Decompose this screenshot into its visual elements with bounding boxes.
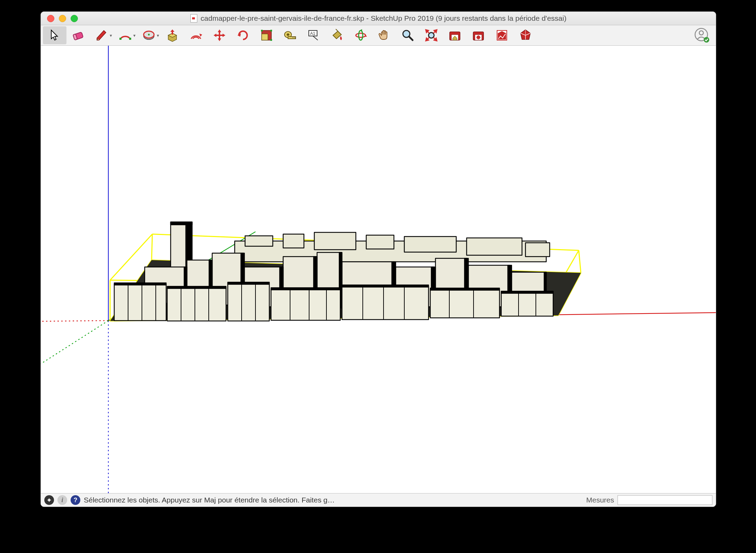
geolocation-status-icon[interactable]: ⌖ bbox=[44, 495, 54, 505]
scale-icon bbox=[260, 28, 273, 42]
measurements-input[interactable] bbox=[618, 495, 712, 505]
svg-rect-124 bbox=[501, 292, 553, 316]
svg-marker-13 bbox=[170, 29, 174, 32]
extension-warehouse-tool[interactable] bbox=[467, 26, 490, 44]
close-window-button[interactable] bbox=[47, 15, 54, 22]
cursor-icon bbox=[48, 28, 62, 42]
minimize-window-button[interactable] bbox=[59, 15, 66, 22]
svg-rect-31 bbox=[288, 37, 296, 39]
window-title: cadmapper-le-pre-saint-gervais-ile-de-fr… bbox=[201, 14, 567, 22]
eraser-tool[interactable] bbox=[66, 26, 90, 44]
axis-x-dotted bbox=[41, 320, 108, 321]
svg-rect-143 bbox=[114, 283, 166, 285]
chevron-down-icon: ▾ bbox=[133, 33, 136, 38]
arc-tool[interactable]: ▾ bbox=[114, 26, 137, 44]
svg-rect-27 bbox=[270, 39, 272, 41]
svg-rect-91 bbox=[467, 238, 522, 255]
status-hint-text: Sélectionnez les objets. Appuyez sur Maj… bbox=[84, 496, 583, 504]
svg-rect-14 bbox=[172, 32, 173, 35]
help-status-icon[interactable]: ? bbox=[71, 495, 80, 505]
rotate-tool[interactable] bbox=[231, 26, 255, 44]
3d-viewport[interactable] bbox=[41, 46, 716, 493]
hand-icon bbox=[377, 28, 391, 42]
select-tool[interactable] bbox=[43, 26, 66, 44]
pan-tool[interactable] bbox=[372, 26, 396, 44]
warehouse-icon bbox=[448, 28, 462, 42]
line-tool[interactable]: ▾ bbox=[90, 26, 114, 44]
svg-rect-121 bbox=[271, 289, 340, 320]
text-icon: A1 bbox=[307, 28, 321, 42]
chevron-down-icon: ▾ bbox=[110, 33, 112, 38]
svg-rect-146 bbox=[271, 288, 340, 290]
svg-rect-87 bbox=[283, 234, 304, 248]
scale-tool[interactable] bbox=[255, 26, 278, 44]
orbit-icon bbox=[354, 28, 368, 42]
svg-rect-24 bbox=[262, 34, 268, 40]
zoom-extents-icon bbox=[424, 28, 438, 42]
rectangle-icon bbox=[142, 28, 156, 42]
svg-marker-43 bbox=[360, 29, 362, 32]
svg-point-30 bbox=[287, 34, 289, 36]
tape-measure-icon bbox=[283, 28, 297, 42]
zoom-tool[interactable] bbox=[396, 26, 420, 44]
ruby-console-tool[interactable] bbox=[514, 26, 537, 44]
svg-marker-38 bbox=[333, 31, 341, 39]
layout-icon bbox=[495, 28, 509, 42]
svg-point-46 bbox=[429, 33, 434, 38]
svg-rect-6 bbox=[119, 38, 122, 40]
svg-rect-147 bbox=[342, 285, 429, 287]
axis-y-dotted bbox=[41, 320, 108, 364]
paint-bucket-tool[interactable] bbox=[325, 26, 349, 44]
svg-marker-0 bbox=[51, 30, 57, 40]
svg-line-83 bbox=[579, 251, 581, 273]
svg-point-41 bbox=[359, 30, 363, 40]
svg-rect-95 bbox=[171, 222, 192, 225]
svg-rect-120 bbox=[228, 283, 269, 321]
3d-warehouse-tool[interactable] bbox=[443, 26, 467, 44]
shapes-tool[interactable]: ▾ bbox=[137, 26, 161, 44]
svg-rect-149 bbox=[501, 291, 553, 293]
layout-tool[interactable] bbox=[490, 26, 514, 44]
zoom-extents-tool[interactable] bbox=[420, 26, 443, 44]
svg-rect-25 bbox=[261, 30, 263, 31]
svg-rect-88 bbox=[314, 233, 356, 250]
svg-line-39 bbox=[336, 29, 338, 31]
svg-rect-122 bbox=[342, 286, 429, 319]
statusbar: ⌖ i ? Sélectionnez les objets. Appuyez s… bbox=[41, 493, 716, 507]
svg-line-37 bbox=[313, 36, 318, 40]
move-tool[interactable] bbox=[208, 26, 231, 44]
paint-bucket-icon bbox=[330, 28, 344, 42]
magnifier-icon bbox=[401, 28, 415, 42]
svg-rect-89 bbox=[366, 235, 394, 249]
zoom-window-button[interactable] bbox=[71, 15, 78, 22]
svg-rect-26 bbox=[270, 30, 272, 31]
svg-point-71 bbox=[699, 31, 703, 35]
svg-rect-21 bbox=[216, 35, 223, 36]
svg-point-10 bbox=[148, 34, 150, 36]
offset-tool[interactable] bbox=[184, 26, 208, 44]
chevron-down-icon: ▾ bbox=[157, 33, 159, 38]
measurements-label: Mesures bbox=[586, 496, 614, 504]
push-pull-tool[interactable] bbox=[161, 26, 184, 44]
move-icon bbox=[213, 28, 226, 42]
credits-status-icon[interactable]: i bbox=[57, 495, 67, 505]
svg-rect-119 bbox=[167, 288, 226, 321]
account-button[interactable] bbox=[694, 27, 710, 44]
tape-measure-tool[interactable] bbox=[278, 26, 302, 44]
svg-line-84 bbox=[152, 234, 152, 260]
offset-icon bbox=[189, 28, 203, 42]
arc-icon bbox=[118, 28, 132, 42]
orbit-tool[interactable] bbox=[349, 26, 372, 44]
svg-rect-145 bbox=[228, 282, 269, 284]
svg-rect-90 bbox=[404, 237, 456, 252]
3d-model-buildings bbox=[114, 222, 553, 321]
push-pull-icon bbox=[165, 28, 179, 42]
user-icon bbox=[694, 27, 710, 44]
svg-rect-7 bbox=[129, 38, 131, 40]
svg-text:A1: A1 bbox=[310, 31, 315, 36]
svg-rect-86 bbox=[245, 236, 273, 246]
eraser-icon bbox=[71, 28, 85, 42]
svg-marker-15 bbox=[199, 34, 202, 37]
text-tool[interactable]: A1 bbox=[302, 26, 325, 44]
svg-rect-118 bbox=[114, 284, 166, 320]
